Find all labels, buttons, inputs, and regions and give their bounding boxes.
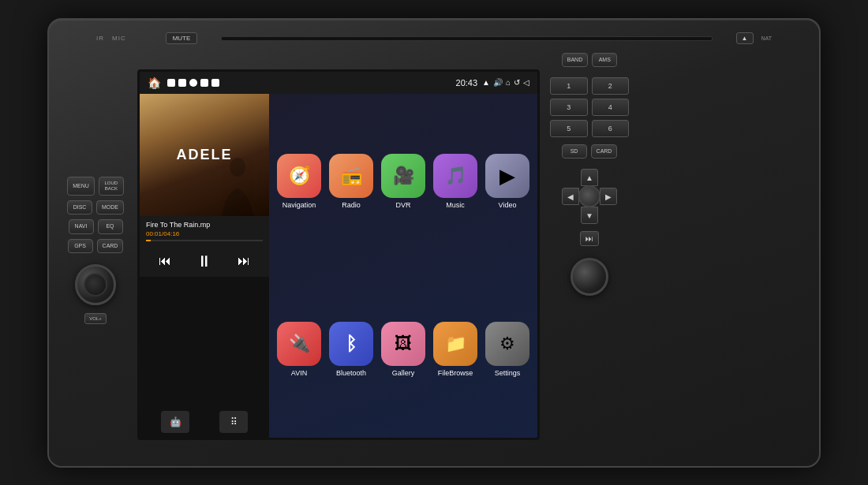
app-gallery[interactable]: 🖼 Gallery xyxy=(380,268,427,431)
svg-point-0 xyxy=(230,158,245,177)
app-avin[interactable]: 🔌 AVIN xyxy=(275,268,323,431)
status-dot-4 xyxy=(200,79,208,87)
status-dot-2 xyxy=(178,79,186,87)
sd-button[interactable]: SD xyxy=(562,144,587,159)
cross-down-button[interactable]: ▼ xyxy=(581,207,598,224)
progress-bar xyxy=(146,240,263,241)
back-icon: ◁ xyxy=(523,78,529,87)
app-music[interactable]: 🎵 Music xyxy=(432,100,479,263)
app-grid: 🧭 Navigation 📻 Radio 🎥 DVR 🎵 Music ▶ xyxy=(269,94,537,438)
vol-knob-area xyxy=(60,264,131,305)
left-panel: MENU LOUDBACK DISC MODE NAVI EQ GPS CARD… xyxy=(60,29,131,457)
num-1[interactable]: 1 xyxy=(550,77,588,95)
mic-label: MIC xyxy=(112,35,126,42)
home2-icon: ⌂ xyxy=(506,78,511,87)
num-2[interactable]: 2 xyxy=(592,77,630,95)
rotate-icon: ↺ xyxy=(514,78,520,87)
video-label: Video xyxy=(499,201,517,209)
power-indicator xyxy=(84,273,107,297)
play-pause-button[interactable]: ⏸ xyxy=(196,252,212,270)
status-dot-5 xyxy=(211,79,219,87)
music-label: Music xyxy=(446,201,465,209)
status-dot-1 xyxy=(167,79,175,87)
status-time: 20:43 xyxy=(456,78,478,88)
avin-icon: 🔌 xyxy=(277,322,321,366)
gallery-label: Gallery xyxy=(392,369,415,377)
card-button[interactable]: CARD xyxy=(97,239,124,253)
sd-card-row: SD CARD xyxy=(546,144,633,159)
navi-button[interactable]: NAVI xyxy=(69,219,94,233)
nav-cross: ▲ ▼ ◀ ▶ xyxy=(562,169,617,224)
app-bluetooth[interactable]: ᛒ Bluetooth xyxy=(327,268,375,431)
right-panel: BAND AMS 1 2 3 4 5 6 SD CARD ▲ ▼ ◀ ▶ ⏭ xyxy=(546,29,633,457)
next-button[interactable]: ⏭ xyxy=(238,254,250,268)
num-4[interactable]: 4 xyxy=(592,99,630,116)
rcard-button[interactable]: CARD xyxy=(591,144,618,159)
app-settings[interactable]: ⚙ Settings xyxy=(484,268,531,431)
btn-row-3: NAVI EQ xyxy=(60,219,131,233)
status-icons-left xyxy=(167,79,219,87)
loudback-button[interactable]: LOUDBACK xyxy=(99,177,124,196)
cross-left-button[interactable]: ◀ xyxy=(562,188,579,205)
progress-fill xyxy=(146,240,151,241)
ams-button[interactable]: AMS xyxy=(592,53,617,67)
app-filebrowser[interactable]: 📁 FileBrowse xyxy=(432,268,479,431)
bt-icon: ᛒ xyxy=(329,322,373,366)
volume-knob[interactable] xyxy=(75,264,116,305)
band-button[interactable]: BAND xyxy=(562,53,588,67)
home-icon[interactable]: 🏠 xyxy=(148,76,161,89)
bt-label: Bluetooth xyxy=(336,369,366,377)
video-icon: ▶ xyxy=(485,154,529,198)
gallery-icon: 🖼 xyxy=(381,322,425,366)
android-icon[interactable]: 🤖 xyxy=(161,411,189,433)
app-navigation[interactable]: 🧭 Navigation xyxy=(275,100,323,263)
num-6[interactable]: 6 xyxy=(592,120,630,137)
eq-button[interactable]: EQ xyxy=(98,219,123,233)
app-video[interactable]: ▶ Video xyxy=(484,100,531,263)
cross-up-button[interactable]: ▲ xyxy=(581,169,598,186)
screen-content: ADELE Fire To The Rain.mp 00:01/04:16 xyxy=(140,94,537,438)
prev-button[interactable]: ⏮ xyxy=(159,254,171,268)
apps-icon[interactable]: ⠿ xyxy=(219,411,248,433)
album-art-inner: ADELE xyxy=(140,94,269,216)
artist-silhouette xyxy=(214,153,261,216)
playback-controls: ⏮ ⏸ ⏭ xyxy=(140,246,269,277)
fb-icon: 📁 xyxy=(433,322,477,366)
cross-right-button[interactable]: ▶ xyxy=(600,188,617,205)
menu-button[interactable]: MENU xyxy=(67,177,95,196)
vol-label: VOL+ xyxy=(84,313,107,324)
top-bar: IR MIC MUTE ▲ NAT xyxy=(96,28,772,50)
app-radio[interactable]: 📻 Radio xyxy=(327,100,375,263)
eject-button[interactable]: ▲ xyxy=(736,32,754,44)
num-grid: 1 2 3 4 5 6 xyxy=(546,77,633,137)
nat-label: NAT xyxy=(761,35,772,41)
skip-next-button[interactable]: ⏭ xyxy=(580,231,599,246)
cross-center[interactable] xyxy=(578,185,600,207)
right-btn-row-1: BAND AMS xyxy=(546,53,633,67)
btn-row-4: GPS CARD xyxy=(60,239,131,253)
gps-button[interactable]: GPS xyxy=(68,239,93,253)
app-dvr[interactable]: 🎥 DVR xyxy=(380,100,427,263)
disc-button[interactable]: DISC xyxy=(67,200,92,215)
dvr-label: DVR xyxy=(395,201,410,209)
media-panel: ADELE Fire To The Rain.mp 00:01/04:16 xyxy=(140,94,269,438)
song-info: Fire To The Rain.mp 00:01/04:16 xyxy=(140,216,269,246)
nav-icon: 🧭 xyxy=(277,154,321,198)
fb-label: FileBrowse xyxy=(438,369,473,377)
avin-label: AVIN xyxy=(291,369,307,377)
music-icon: 🎵 xyxy=(433,154,477,198)
btn-row-1: MENU LOUDBACK xyxy=(60,177,131,196)
android-screen: 🏠 20:43 ▲ 🔊 ⌂ ↺ ◁ xyxy=(137,69,540,440)
time-total: 04:16 xyxy=(163,230,179,237)
nav-label: Navigation xyxy=(282,201,316,209)
num-5[interactable]: 5 xyxy=(550,120,588,137)
mute-button[interactable]: MUTE xyxy=(166,32,198,44)
speaker-icon: 🔊 xyxy=(493,78,503,87)
mode-button[interactable]: MODE xyxy=(96,200,124,215)
right-knob-area xyxy=(546,258,633,296)
right-knob[interactable] xyxy=(571,258,608,296)
settings-icon: ⚙ xyxy=(485,322,529,366)
status-bar: 🏠 20:43 ▲ 🔊 ⌂ ↺ ◁ xyxy=(140,72,537,94)
num-3[interactable]: 3 xyxy=(550,99,588,116)
time-current: 00:01 xyxy=(146,230,162,237)
